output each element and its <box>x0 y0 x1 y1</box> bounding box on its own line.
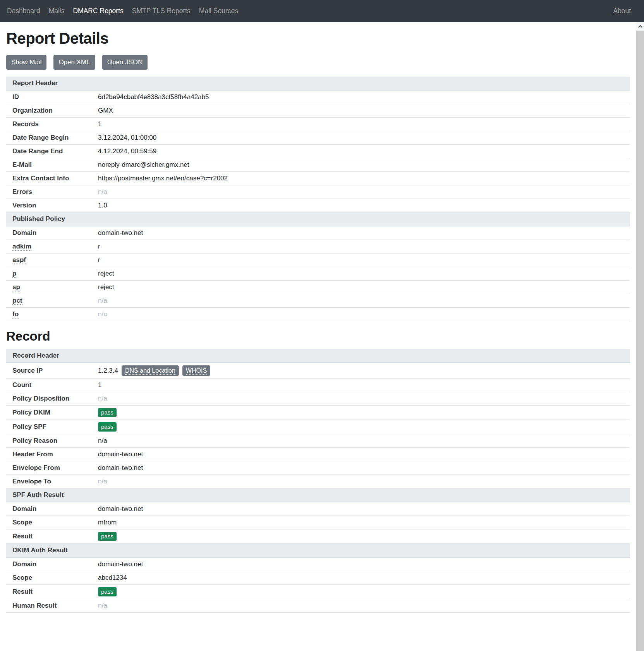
row-value: n/a <box>98 475 630 488</box>
status-badge-pass: pass <box>98 587 117 596</box>
section-header: DKIM Auth Result <box>6 544 630 558</box>
row-value-text: 1 <box>98 381 101 389</box>
row-label-text: Scope <box>12 574 32 581</box>
show-mail-button[interactable]: Show Mail <box>6 55 46 70</box>
page-title: Report Details <box>6 30 630 47</box>
open-xml-button[interactable]: Open XML <box>53 55 95 70</box>
row-label-text: E-Mail <box>12 161 32 168</box>
table-row: Extra Contact Infohttps://postmaster.gmx… <box>6 172 630 185</box>
table-row: Source IP1.2.3.4DNS and LocationWHOIS <box>6 363 630 379</box>
row-value-text: n/a <box>98 395 107 403</box>
row-value-text: r <box>98 256 100 264</box>
row-label: Envelope To <box>6 475 98 488</box>
button-label: DNS and Location <box>125 367 175 375</box>
nav-about[interactable]: About <box>613 7 631 15</box>
row-label-text: Header From <box>12 451 53 458</box>
table-row: Scopeabcd1234 <box>6 571 630 585</box>
section-header-label: Report Header <box>12 79 58 87</box>
row-label: E-Mail <box>6 158 98 171</box>
nav-item: Mails <box>49 7 65 15</box>
table-row: Version1.0 <box>6 199 630 212</box>
nav-menu-right: About <box>613 7 631 15</box>
navbar: DashboardMailsDMARC ReportsSMTP TLS Repo… <box>0 0 644 22</box>
open-json-button[interactable]: Open JSON <box>102 55 148 70</box>
row-label: Header From <box>6 448 98 461</box>
row-label: adkim <box>6 240 98 253</box>
table-row: pctn/a <box>6 294 630 308</box>
row-label-text: Result <box>12 533 33 540</box>
row-label-text: p <box>12 270 16 278</box>
table-row: OrganizationGMX <box>6 104 630 118</box>
row-value: pass <box>98 585 630 599</box>
row-label: Extra Contact Info <box>6 172 98 185</box>
row-value-text: https://postmaster.gmx.net/en/case?c=r20… <box>98 175 228 182</box>
row-value-text: n/a <box>98 478 107 485</box>
nav-item: DMARC Reports <box>73 7 123 15</box>
row-label-text: Date Range End <box>12 147 63 155</box>
nav-mail-sources[interactable]: Mail Sources <box>199 7 238 15</box>
row-value: domain-two.net <box>98 448 630 461</box>
nav-smtp-tls-reports[interactable]: SMTP TLS Reports <box>132 7 191 15</box>
section-header: SPF Auth Result <box>6 488 630 502</box>
row-value-text: mfrom <box>98 519 117 526</box>
row-value: n/a <box>98 392 630 405</box>
section-header-label: Record Header <box>12 352 59 359</box>
table-row: Resultpass <box>6 529 630 544</box>
row-value: noreply-dmarc@sicher.gmx.net <box>98 159 630 171</box>
row-value-text: n/a <box>98 297 107 305</box>
row-value: 3.12.2024, 01:00:00 <box>98 132 630 144</box>
row-value: 1 <box>98 118 630 130</box>
table-row: Policy DKIMpass <box>6 406 630 420</box>
whois-button[interactable]: WHOIS <box>182 365 210 376</box>
row-label: Version <box>6 199 98 212</box>
nav-item: Dashboard <box>7 7 40 15</box>
table-row: preject <box>6 267 630 281</box>
row-value-text: 1 <box>98 120 101 128</box>
row-label-text: ID <box>12 93 19 101</box>
table-row: Envelope Ton/a <box>6 475 630 488</box>
nav-dmarc-reports[interactable]: DMARC Reports <box>73 7 123 15</box>
row-label-text: Envelope From <box>12 464 60 471</box>
row-label: Records <box>6 118 98 131</box>
row-label: Date Range Begin <box>6 131 98 144</box>
table-row: Date Range Begin3.12.2024, 01:00:00 <box>6 131 630 145</box>
row-value-text: 3.12.2024, 01:00:00 <box>98 134 156 142</box>
row-value-text: n/a <box>98 310 107 318</box>
row-label: Domain <box>6 226 98 240</box>
table-row: Domaindomain-two.net <box>6 502 630 516</box>
row-label: aspf <box>6 254 98 267</box>
row-value: pass <box>98 406 630 420</box>
status-badge-pass: pass <box>98 422 117 432</box>
row-label-text: Version <box>12 202 36 209</box>
chevron-up-icon <box>638 25 642 28</box>
row-label-text: Domain <box>12 229 36 236</box>
row-label: ID <box>6 91 98 104</box>
row-label: sp <box>6 281 98 294</box>
row-value: https://postmaster.gmx.net/en/case?c=r20… <box>98 172 630 185</box>
row-value: n/a <box>98 295 630 307</box>
section-header: Record Header <box>6 349 630 363</box>
scrollbar-thumb[interactable] <box>636 31 644 651</box>
row-label-text: Scope <box>12 519 32 526</box>
row-value: 1.0 <box>98 199 630 212</box>
nav-item: SMTP TLS Reports <box>132 7 191 15</box>
row-value: r <box>98 240 630 253</box>
row-label: Date Range End <box>6 145 98 158</box>
scroll-up-button[interactable] <box>636 22 644 31</box>
row-value: GMX <box>98 105 630 117</box>
scrollbar[interactable] <box>636 22 644 651</box>
dns-and-location-button[interactable]: DNS and Location <box>122 365 179 376</box>
row-value: mfrom <box>98 516 630 529</box>
row-value-text: reject <box>98 270 114 278</box>
row-label: Human Result <box>6 599 98 612</box>
row-value: n/a <box>98 600 630 612</box>
record-table: Record HeaderSource IP1.2.3.4DNS and Loc… <box>6 349 630 613</box>
row-label-text: sp <box>12 283 20 291</box>
nav-mails[interactable]: Mails <box>49 7 65 15</box>
table-row: Envelope Fromdomain-two.net <box>6 461 630 475</box>
row-value: reject <box>98 281 630 293</box>
status-badge-pass: pass <box>98 408 117 417</box>
section-header: Report Header <box>6 77 630 91</box>
row-value-text: domain-two.net <box>98 505 143 513</box>
nav-dashboard[interactable]: Dashboard <box>7 7 40 15</box>
